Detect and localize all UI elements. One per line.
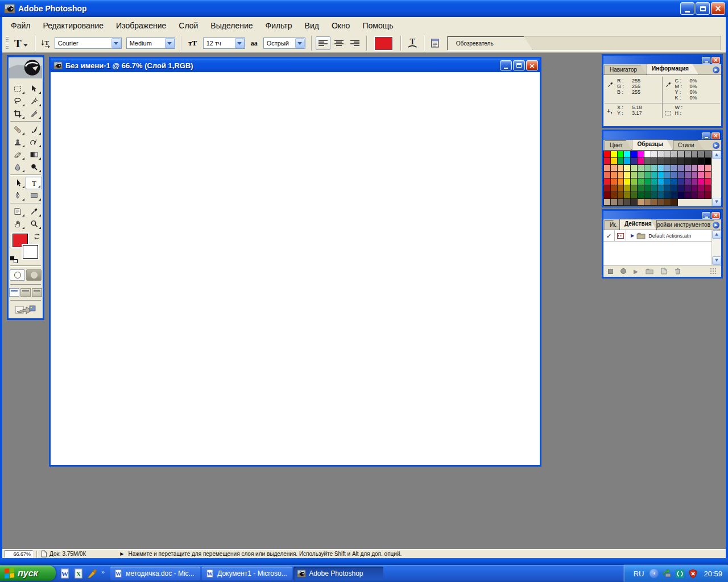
standard-screen-button[interactable] [9,288,19,297]
lasso-tool[interactable] [9,95,26,107]
palette-menu-icon[interactable]: ▶ [713,222,719,228]
document-titlebar[interactable]: Без имени-1 @ 66.7% (Слой 1,RGB) × [51,59,540,72]
gradient-tool[interactable] [26,148,42,161]
shape-tool[interactable] [26,189,42,202]
taskbar-task-2[interactable]: Adobe Photoshop [293,567,383,580]
font-style-select[interactable]: Medium [126,38,175,49]
text-color-swatch[interactable] [375,37,392,50]
fullscreen-menubar-button[interactable] [20,288,31,297]
tab-actions[interactable]: Действия [619,219,656,230]
stop-button[interactable] [608,269,613,274]
close-button[interactable]: × [711,2,725,15]
menu-item-7[interactable]: Окно [325,19,357,32]
default-colors-icon[interactable] [10,256,18,263]
tab-tool-presets[interactable]: Настройки инструментов [656,220,720,230]
slice-tool[interactable] [26,107,42,120]
scrollbar[interactable]: ▲ ▼ [712,151,721,206]
document-size-label[interactable]: Док: 3.75М/0К [49,551,86,557]
align-left-button[interactable] [316,36,330,50]
doc-maximize-button[interactable] [513,60,525,70]
play-button[interactable]: ▶ [634,268,638,275]
menu-item-6[interactable]: Вид [299,19,325,32]
safely-remove-icon[interactable] [662,569,672,579]
security-alert-icon[interactable] [688,569,698,579]
paintbrush-quicklaunch-icon[interactable] [86,568,98,579]
type-tool[interactable]: T [26,177,42,189]
eyedropper-tool[interactable] [26,205,42,218]
swatch[interactable] [704,192,712,199]
language-indicator[interactable]: RU [631,568,647,579]
standard-mode-button[interactable] [10,269,25,281]
options-grip[interactable] [6,36,9,50]
palette-titlebar[interactable]: × [603,56,721,64]
scroll-up-icon[interactable]: ▲ [712,230,721,239]
zoom-tool[interactable] [26,218,42,230]
palette-close-button[interactable]: × [712,57,720,64]
expand-triangle-icon[interactable]: ▶ [631,233,634,238]
dropdown-arrow-icon[interactable] [295,38,305,48]
menu-item-8[interactable]: Помощь [356,19,399,32]
rect-marquee-tool[interactable] [9,82,26,95]
type-tool-preset-button[interactable]: T [11,37,31,50]
crop-tool[interactable] [9,107,26,120]
taskbar-task-0[interactable]: Wметодичка.doc - Mic... [110,567,200,580]
jump-to-imageready-button[interactable] [14,304,38,315]
messenger-tray-icon[interactable] [675,569,685,579]
clone-stamp-tool[interactable] [9,136,26,148]
menu-item-4[interactable]: Выделение [204,19,259,32]
font-family-select[interactable]: Courier [55,38,122,49]
scroll-down-icon[interactable]: ▼ [712,198,721,206]
tab-styles[interactable]: Стили [673,140,704,150]
align-center-button[interactable] [332,36,346,50]
text-orientation-icon[interactable]: T [40,38,51,48]
new-action-button[interactable] [661,268,667,275]
palette-minimize-button[interactable] [702,212,710,219]
warp-text-icon[interactable]: T [406,38,419,49]
doc-minimize-button[interactable] [500,60,512,70]
taskbar-task-1[interactable]: WДокумент1 - Microso... [202,567,292,580]
palette-menu-icon[interactable]: ▶ [713,142,719,149]
menu-item-3[interactable]: Слой [172,19,204,32]
history-brush-tool[interactable] [26,136,42,148]
menu-item-5[interactable]: Фильтр [259,19,299,32]
excel-quicklaunch-icon[interactable]: X [73,568,84,579]
blur-tool[interactable] [9,161,26,173]
menu-item-1[interactable]: Редактирование [36,19,110,32]
palette-titlebar[interactable]: × [603,131,721,140]
move-tool[interactable] [26,82,42,95]
chevron-more-icon[interactable]: » [101,568,105,575]
trash-icon[interactable] [675,268,681,275]
palette-menu-icon[interactable]: ▶ [713,66,719,73]
notes-tool[interactable] [9,205,26,218]
hide-icons-icon[interactable]: ‹ [650,569,659,578]
action-check-icon[interactable]: ✓ [603,230,615,242]
start-button[interactable]: пуск [0,566,56,581]
dropdown-arrow-icon[interactable] [111,38,121,48]
tab-navigator[interactable]: Навигатор [605,65,647,74]
anti-alias-select[interactable]: Острый [263,38,305,49]
action-set-row[interactable]: ✓ ▶ Default Actions.atn [603,230,712,242]
palette-minimize-button[interactable] [702,57,710,64]
action-modal-icon[interactable] [615,230,626,242]
background-color[interactable] [23,245,38,259]
tab-swatches[interactable]: Образцы [632,139,672,150]
palette-titlebar[interactable]: × [603,211,721,219]
zoom-level-input[interactable]: 66.67% [5,550,33,558]
swatch[interactable] [671,198,678,206]
tab-info[interactable]: Информация [647,64,698,74]
palette-close-button[interactable]: × [712,212,720,219]
menu-item-2[interactable]: Изображение [110,19,172,32]
canvas[interactable] [51,72,540,465]
hand-tool[interactable] [9,218,26,230]
toggle-palettes-icon[interactable] [429,38,441,49]
align-right-button[interactable] [348,36,362,50]
scroll-down-icon[interactable]: ▼ [712,256,721,265]
tab-history[interactable]: История [605,220,619,230]
doc-close-button[interactable]: × [526,60,538,70]
swap-colors-icon[interactable] [33,232,41,240]
menu-item-0[interactable]: Файл [5,19,36,32]
fullscreen-button[interactable] [32,288,42,297]
palette-close-button[interactable]: × [712,132,720,139]
path-select-tool[interactable] [9,177,26,189]
minimize-button[interactable] [680,2,694,15]
